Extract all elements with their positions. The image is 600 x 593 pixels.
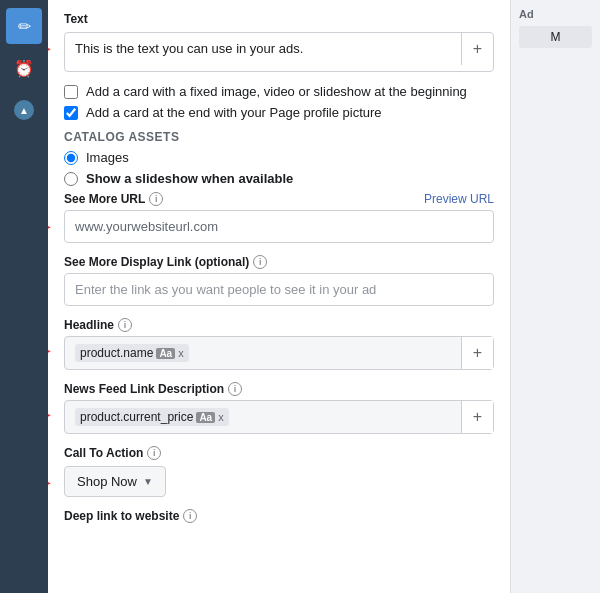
pencil-sidebar-icon[interactable]: ✏ xyxy=(6,8,42,44)
deep-link-label: Deep link to website i xyxy=(64,509,494,523)
news-feed-chip-area[interactable]: product.current_price Aa x xyxy=(65,401,461,433)
checkbox-row-2: Add a card at the end with your Page pro… xyxy=(64,105,494,120)
news-feed-tag-chip: product.current_price Aa x xyxy=(75,408,229,426)
see-more-display-info-icon[interactable]: i xyxy=(253,255,267,269)
right-panel-label: Ad xyxy=(519,8,592,20)
catalog-assets-section: Catalog Assets Images Show a slideshow w… xyxy=(64,130,494,186)
news-feed-aa-badge: Aa xyxy=(196,412,215,423)
red-arrow-url: ▶ xyxy=(48,218,51,234)
red-arrow-text: ▶ xyxy=(48,40,51,56)
checkboxes-section: Add a card with a fixed image, video or … xyxy=(64,84,494,120)
checkbox-page-profile[interactable] xyxy=(64,106,78,120)
see-more-display-input[interactable] xyxy=(64,273,494,306)
catalog-assets-label: Catalog Assets xyxy=(64,130,494,144)
arrow-up-button[interactable]: ▲ xyxy=(14,100,34,120)
news-feed-input-wrapper: product.current_price Aa x + xyxy=(64,400,494,434)
see-more-display-section: See More Display Link (optional) i xyxy=(64,255,494,318)
call-to-action-button[interactable]: Shop Now ▼ xyxy=(64,466,166,497)
sidebar: ✏ ⏰ ▲ xyxy=(0,0,48,593)
deep-link-section: Deep link to website i xyxy=(64,509,494,523)
radio-images-label: Images xyxy=(86,150,129,165)
news-feed-info-icon[interactable]: i xyxy=(228,382,242,396)
headline-section: ▶ Headline i product.name Aa x + xyxy=(64,318,494,370)
radio-slideshow-row: Show a slideshow when available xyxy=(64,171,494,186)
clock-icon-glyph: ⏰ xyxy=(14,59,34,78)
text-field-wrapper: This is the text you can use in your ads… xyxy=(64,32,494,72)
red-arrow-headline: ▶ xyxy=(48,342,51,358)
headline-aa-badge: Aa xyxy=(156,348,175,359)
checkbox-label-2: Add a card at the end with your Page pro… xyxy=(86,105,382,120)
news-feed-chip-text: product.current_price xyxy=(80,410,193,424)
main-content: ▶ Text This is the text you can use in y… xyxy=(48,0,510,593)
checkbox-row-1: Add a card with a fixed image, video or … xyxy=(64,84,494,99)
news-feed-plus-button[interactable]: + xyxy=(461,401,493,433)
see-more-url-section: ▶ See More URL i Preview URL xyxy=(64,192,494,255)
text-section: ▶ Text This is the text you can use in y… xyxy=(64,12,494,72)
headline-chip-text: product.name xyxy=(80,346,153,360)
checkbox-label-1: Add a card with a fixed image, video or … xyxy=(86,84,467,99)
right-panel-m-button[interactable]: M xyxy=(519,26,592,48)
headline-label: Headline i xyxy=(64,318,494,332)
call-to-action-info-icon[interactable]: i xyxy=(147,446,161,460)
headline-remove-chip-button[interactable]: x xyxy=(178,347,184,359)
headline-input-wrapper: product.name Aa x + xyxy=(64,336,494,370)
text-section-label: Text xyxy=(64,12,494,26)
call-to-action-label: Call To Action i xyxy=(64,446,494,460)
see-more-display-label: See More Display Link (optional) i xyxy=(64,255,494,269)
headline-info-icon[interactable]: i xyxy=(118,318,132,332)
red-arrow-cta: ▶ xyxy=(48,474,51,490)
see-more-url-info-icon[interactable]: i xyxy=(149,192,163,206)
radio-images-row: Images xyxy=(64,150,494,165)
headline-tag-chip: product.name Aa x xyxy=(75,344,189,362)
news-feed-remove-chip-button[interactable]: x xyxy=(218,411,224,423)
call-to-action-chevron-down-icon: ▼ xyxy=(143,476,153,487)
arrow-up-icon: ▲ xyxy=(19,105,29,116)
text-field-content[interactable]: This is the text you can use in your ads… xyxy=(65,33,461,71)
see-more-url-header: See More URL i Preview URL xyxy=(64,192,494,206)
preview-url-link[interactable]: Preview URL xyxy=(424,192,494,206)
call-to-action-value: Shop Now xyxy=(77,474,137,489)
red-arrow-news-feed: ▶ xyxy=(48,406,51,422)
checkbox-fixed-image[interactable] xyxy=(64,85,78,99)
headline-plus-button[interactable]: + xyxy=(461,337,493,369)
news-feed-section: ▶ News Feed Link Description i product.c… xyxy=(64,382,494,434)
radio-slideshow[interactable] xyxy=(64,172,78,186)
text-plus-button[interactable]: + xyxy=(461,33,493,65)
deep-link-info-icon[interactable]: i xyxy=(183,509,197,523)
pencil-icon-glyph: ✏ xyxy=(18,17,31,36)
see-more-url-input[interactable] xyxy=(64,210,494,243)
right-panel: Ad M xyxy=(510,0,600,593)
radio-slideshow-label: Show a slideshow when available xyxy=(86,171,293,186)
call-to-action-section: ▶ Call To Action i Shop Now ▼ xyxy=(64,446,494,509)
content-area: ▶ Text This is the text you can use in y… xyxy=(48,0,600,593)
clock-sidebar-icon[interactable]: ⏰ xyxy=(6,50,42,86)
news-feed-label: News Feed Link Description i xyxy=(64,382,494,396)
headline-chip-area[interactable]: product.name Aa x xyxy=(65,337,461,369)
radio-images[interactable] xyxy=(64,151,78,165)
see-more-url-label: See More URL i xyxy=(64,192,163,206)
